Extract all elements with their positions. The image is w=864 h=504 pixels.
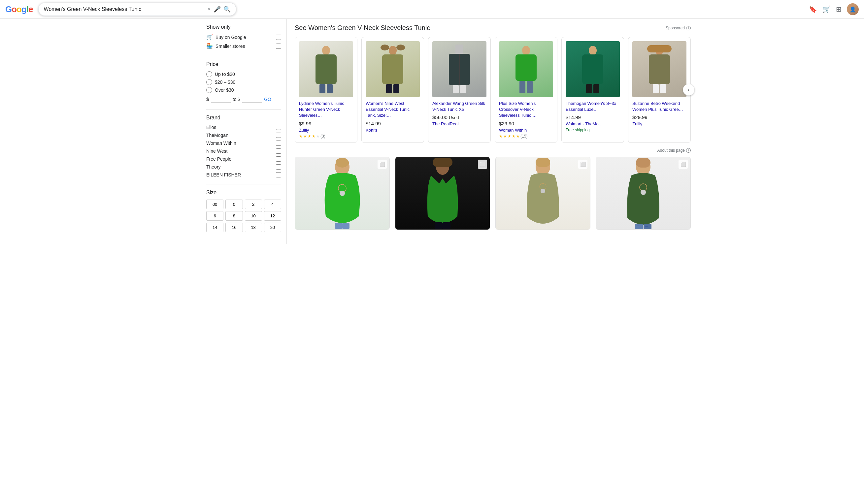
brand-theory[interactable]: Theory <box>206 164 281 170</box>
price-under20-radio[interactable] <box>206 71 212 77</box>
price-from-input[interactable] <box>211 96 231 102</box>
product-title-6[interactable]: Suzanne Betro Weekend Women Plus Tunic G… <box>632 101 686 112</box>
product-image-svg-1 <box>313 45 339 94</box>
size-16[interactable]: 16 <box>225 223 242 232</box>
brand-eileen-fisher[interactable]: EILEEN FISHER <box>206 172 281 177</box>
grid-card-4[interactable]: ⬜ <box>596 157 691 230</box>
brand-free-people-label: Free People <box>206 156 231 162</box>
size-8[interactable]: 8 <box>225 211 242 221</box>
product-store-4[interactable]: Woman Within <box>499 128 553 133</box>
product-price-1: $9.99 <box>299 121 353 126</box>
product-store-6[interactable]: Zulily <box>632 121 686 126</box>
product-image-6 <box>632 41 686 97</box>
brand-themogan[interactable]: TheMogan <box>206 133 281 138</box>
divider-2 <box>206 109 281 110</box>
price-under20[interactable]: Up to $20 <box>206 71 281 77</box>
price-go-button[interactable]: GO <box>264 97 271 102</box>
brand-themogan-checkbox[interactable] <box>276 133 281 138</box>
grid-card-1[interactable]: ⬜ <box>295 157 390 230</box>
brand-nine-west[interactable]: Nine West <box>206 148 281 154</box>
buy-on-google-label: Buy on Google <box>216 35 246 40</box>
size-12[interactable]: 12 <box>264 211 281 221</box>
size-00[interactable]: 00 <box>206 199 224 209</box>
product-card-5[interactable]: Themogan Women's S~3x Essential Luxe… $1… <box>561 37 624 143</box>
grid-bookmark-1[interactable]: ⬜ <box>377 160 387 169</box>
grid-bookmark-3[interactable]: ⬜ <box>578 160 587 169</box>
grid-card-2[interactable]: ⬜ <box>395 157 490 230</box>
search-bar: × 🎤 🔍 <box>38 3 236 16</box>
sponsored-info-icon[interactable]: i <box>686 26 691 30</box>
svg-rect-20 <box>582 54 603 84</box>
size-18[interactable]: 18 <box>245 223 262 232</box>
size-4[interactable]: 4 <box>264 199 281 209</box>
size-10[interactable]: 10 <box>245 211 262 221</box>
brand-nine-west-checkbox[interactable] <box>276 148 281 154</box>
product-row: Lydiane Women's Tunic Hunter Green V-Nec… <box>295 37 691 143</box>
search-button[interactable]: 🔍 <box>224 5 231 13</box>
product-card-6[interactable]: Suzanne Betro Weekend Women Plus Tunic G… <box>628 37 691 143</box>
product-store-2[interactable]: Kohl's <box>366 128 420 133</box>
size-20[interactable]: 20 <box>264 223 281 232</box>
scroll-right-button[interactable]: › <box>683 84 695 96</box>
svg-point-0 <box>322 46 330 55</box>
product-store-3[interactable]: The RealReal <box>432 121 487 126</box>
about-page-info-icon[interactable]: i <box>686 148 691 153</box>
product-store-1[interactable]: Zulily <box>299 128 353 133</box>
brand-woman-within[interactable]: Woman Within <box>206 140 281 146</box>
product-price-6: $29.99 <box>632 114 686 120</box>
grid-card-3[interactable]: ⬜ <box>495 157 590 230</box>
product-card-1[interactable]: Lydiane Women's Tunic Hunter Green V-Nec… <box>295 37 357 143</box>
price-over30-radio[interactable] <box>206 87 212 93</box>
product-price-2: $14.99 <box>366 121 420 126</box>
about-page-label[interactable]: About this page <box>657 148 685 153</box>
google-logo[interactable]: Google <box>5 4 33 14</box>
price-title: Price <box>206 61 281 67</box>
product-title-4[interactable]: Plus Size Women's Crossover V-Neck Sleev… <box>499 101 553 119</box>
bookmark-icon[interactable]: 🔖 <box>809 5 817 13</box>
clear-button[interactable]: × <box>207 6 211 12</box>
price-20to30[interactable]: $20 – $30 <box>206 79 281 85</box>
grid-bookmark-4[interactable]: ⬜ <box>679 160 688 169</box>
grid-bookmark-2[interactable]: ⬜ <box>478 160 487 169</box>
brand-woman-within-checkbox[interactable] <box>276 140 281 146</box>
product-title-1[interactable]: Lydiane Women's Tunic Hunter Green V-Nec… <box>299 101 353 119</box>
brand-eileen-fisher-checkbox[interactable] <box>276 172 281 177</box>
brand-nine-west-label: Nine West <box>206 148 227 154</box>
product-card-2[interactable]: Women's Nine West Essential V-Neck Tunic… <box>361 37 424 143</box>
product-scroll-container: Lydiane Women's Tunic Hunter Green V-Nec… <box>295 37 691 143</box>
smaller-stores-checkbox[interactable] <box>276 44 281 49</box>
search-input[interactable] <box>44 6 205 12</box>
brand-ellos-checkbox[interactable] <box>276 125 281 130</box>
brand-ellos[interactable]: Ellos <box>206 125 281 130</box>
product-card-3[interactable]: Alexander Wang Green Silk V-Neck Tunic X… <box>428 37 491 143</box>
price-20to30-radio[interactable] <box>206 79 212 85</box>
grid-image-2 <box>395 157 490 230</box>
price-over30[interactable]: Over $30 <box>206 87 281 93</box>
size-title: Size <box>206 190 281 196</box>
avatar[interactable]: 👤 <box>847 3 859 15</box>
product-stars-4: ★★★★★ (15) <box>499 134 553 138</box>
product-title-5[interactable]: Themogan Women's S~3x Essential Luxe… <box>566 101 620 112</box>
size-2[interactable]: 2 <box>245 199 262 209</box>
brand-eileen-fisher-label: EILEEN FISHER <box>206 172 241 177</box>
buy-on-google-filter[interactable]: 🛒 Buy on Google <box>206 34 281 40</box>
product-title-3[interactable]: Alexander Wang Green Silk V-Neck Tunic X… <box>432 101 487 112</box>
brand-theory-checkbox[interactable] <box>276 164 281 170</box>
product-title-2[interactable]: Women's Nine West Essential V-Neck Tunic… <box>366 101 420 119</box>
brand-free-people[interactable]: Free People <box>206 156 281 162</box>
product-store-5[interactable]: Walmart - TheMo… <box>566 121 620 126</box>
brand-free-people-checkbox[interactable] <box>276 156 281 162</box>
price-to-input[interactable] <box>242 96 262 102</box>
product-card-4[interactable]: Plus Size Women's Crossover V-Neck Sleev… <box>495 37 557 143</box>
size-0[interactable]: 0 <box>225 199 242 209</box>
cart-icon[interactable]: 🛒 <box>823 5 831 13</box>
mic-icon[interactable]: 🎤 <box>214 5 221 13</box>
size-6[interactable]: 6 <box>206 211 224 221</box>
apps-icon[interactable]: ⊞ <box>836 5 842 13</box>
svg-rect-10 <box>455 45 463 54</box>
smaller-stores-filter[interactable]: 🏪 Smaller stores <box>206 43 281 49</box>
svg-rect-35 <box>433 158 453 167</box>
buy-on-google-checkbox[interactable] <box>276 35 281 40</box>
size-14[interactable]: 14 <box>206 223 224 232</box>
svg-rect-8 <box>386 84 392 93</box>
